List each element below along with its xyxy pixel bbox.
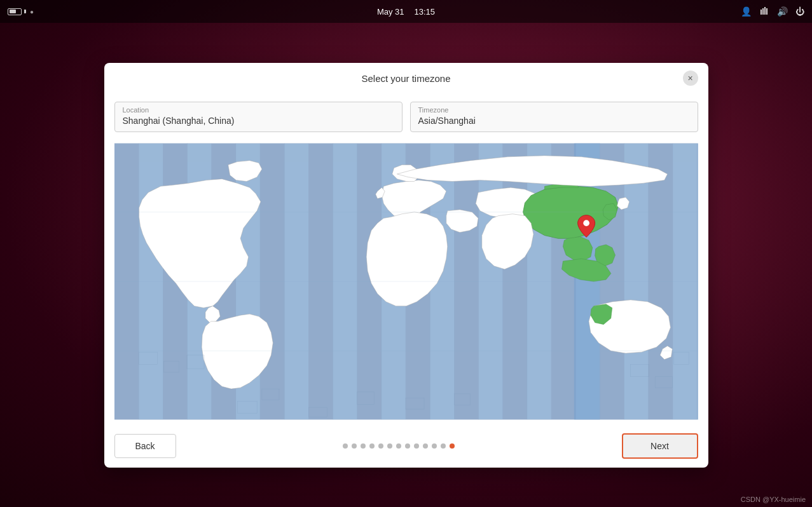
pagination-dot-7: [405, 443, 410, 449]
pagination-dot-2: [361, 443, 366, 449]
timezone-label: Timezone: [418, 106, 690, 114]
pagination-dot-0: [343, 443, 348, 449]
dialog-header: Select your timezone ×: [104, 63, 708, 94]
pagination-dot-5: [387, 443, 392, 449]
pagination-dot-4: [378, 443, 383, 449]
pagination-dot-6: [396, 443, 401, 449]
topbar-right[interactable]: 👤 🔊 ⏻: [741, 6, 804, 18]
pagination-dot-1: [352, 443, 357, 449]
power-icon[interactable]: ⏻: [795, 6, 804, 17]
svg-rect-3: [766, 8, 767, 15]
timezone-map[interactable]: [114, 139, 698, 424]
person-icon[interactable]: 👤: [741, 6, 752, 17]
pagination-dot-3: [369, 443, 375, 449]
location-value: Shanghai (Shanghai, China): [123, 116, 235, 126]
volume-icon[interactable]: 🔊: [777, 6, 788, 17]
topbar-time: 13:15: [415, 7, 436, 17]
dialog-footer: Back Next: [104, 424, 708, 468]
back-button[interactable]: Back: [114, 434, 176, 458]
topbar-extra-dot: ●: [30, 8, 34, 15]
location-label: Location: [123, 106, 394, 114]
topbar-date: May 31: [377, 7, 404, 17]
timezone-dialog: Select your timezone × Location Shanghai…: [104, 63, 708, 468]
fields-row: Location Shanghai (Shanghai, China) Time…: [104, 94, 708, 132]
topbar-left: ●: [8, 8, 34, 15]
dialog-title: Select your timezone: [361, 73, 450, 84]
pagination-dot-9: [423, 443, 428, 449]
topbar: ● May 31 13:15 👤 🔊 ⏻: [0, 0, 812, 23]
location-field[interactable]: Location Shanghai (Shanghai, China): [114, 102, 403, 132]
topbar-center: May 31 13:15: [377, 7, 435, 17]
svg-rect-2: [764, 7, 766, 15]
network-icon[interactable]: [759, 6, 769, 18]
pagination-dots: [343, 443, 455, 449]
svg-point-30: [583, 220, 589, 226]
svg-rect-0: [760, 10, 762, 15]
next-button[interactable]: Next: [622, 433, 698, 459]
battery-indicator: [8, 8, 26, 15]
timezone-field[interactable]: Timezone Asia/Shanghai: [410, 102, 698, 132]
dialog-backdrop: Select your timezone × Location Shanghai…: [0, 23, 812, 507]
pagination-dot-12: [450, 443, 455, 449]
pagination-dot-11: [441, 443, 446, 449]
pagination-dot-10: [432, 443, 437, 449]
svg-rect-1: [762, 8, 764, 15]
close-button[interactable]: ×: [683, 71, 698, 86]
credit-text: CSDN @YX-hueimie: [741, 496, 806, 503]
timezone-value: Asia/Shanghai: [418, 116, 476, 126]
pagination-dot-8: [414, 443, 419, 449]
